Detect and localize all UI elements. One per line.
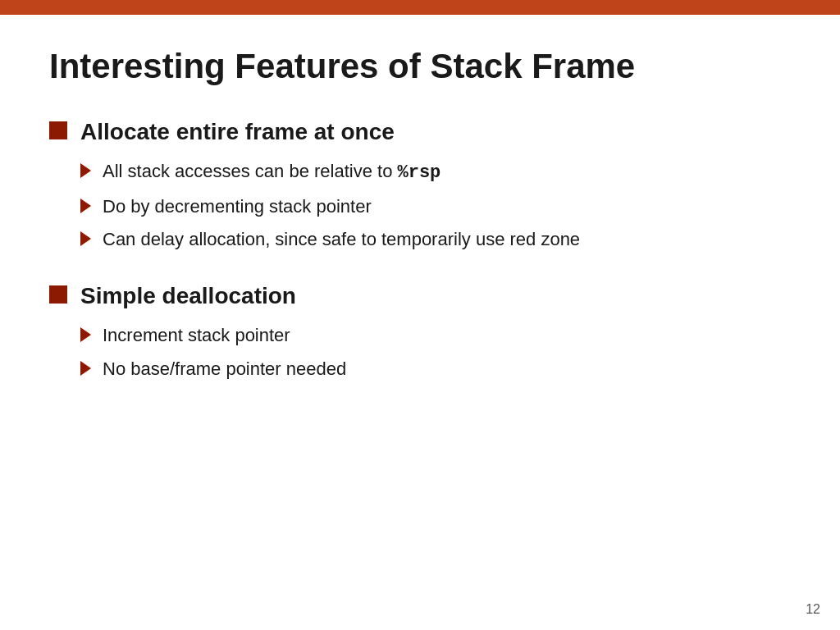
sub-bullet-icon-1-3 — [80, 231, 91, 246]
sub-bullet-text-1-1: All stack accesses can be relative to %r… — [103, 159, 441, 186]
sub-bullet-icon-2-2 — [80, 361, 91, 376]
bullet-icon-2 — [49, 285, 67, 304]
sub-bullet-1-1: All stack accesses can be relative to %r… — [80, 159, 791, 186]
sub-bullet-text-1-2: Do by decrementing stack pointer — [103, 194, 372, 220]
main-bullet-1: Allocate entire frame at once — [49, 118, 791, 146]
sub-bullet-icon-2-1 — [80, 327, 91, 342]
main-bullet-2: Simple deallocation — [49, 282, 791, 310]
sub-bullet-2-2: No base/frame pointer needed — [80, 357, 791, 382]
slide-title: Interesting Features of Stack Frame — [49, 48, 791, 85]
main-bullet-2-text: Simple deallocation — [80, 282, 296, 310]
section-allocate: Allocate entire frame at once All stack … — [49, 118, 791, 253]
sub-bullet-text-2-1: Increment stack pointer — [103, 323, 290, 349]
sub-bullet-icon-1-2 — [80, 199, 91, 213]
sub-bullet-1-2: Do by decrementing stack pointer — [80, 194, 791, 220]
sub-bullet-1-3: Can delay allocation, since safe to temp… — [80, 227, 791, 253]
top-bar — [0, 0, 840, 15]
sub-bullet-icon-1-1 — [80, 163, 91, 178]
bullet-icon-1 — [49, 121, 67, 139]
sub-bullets-1: All stack accesses can be relative to %r… — [80, 159, 791, 253]
main-bullet-1-text: Allocate entire frame at once — [80, 118, 395, 146]
sub-bullet-text-2-2: No base/frame pointer needed — [103, 357, 346, 382]
sub-bullet-text-1-3: Can delay allocation, since safe to temp… — [103, 227, 580, 253]
sub-bullets-2: Increment stack pointer No base/frame po… — [80, 323, 791, 382]
slide-number: 12 — [806, 602, 820, 617]
section-deallocation: Simple deallocation Increment stack poin… — [49, 282, 791, 381]
sub-bullet-2-1: Increment stack pointer — [80, 323, 791, 349]
slide-content: Interesting Features of Stack Frame Allo… — [0, 15, 840, 444]
